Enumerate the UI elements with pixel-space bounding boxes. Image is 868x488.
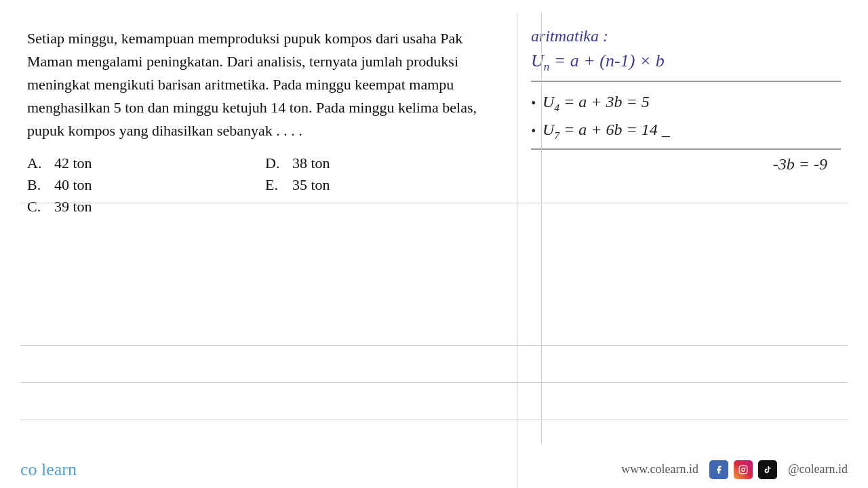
formula-text: Un = a + (n-1) × b xyxy=(531,51,841,74)
option-b-label: B. xyxy=(27,176,46,194)
h-line-3 xyxy=(20,420,848,420)
question-text: Setiap minggu, kemampuan memproduksi pup… xyxy=(27,27,503,142)
footer-right: www.colearn.id xyxy=(621,460,848,479)
option-col-left: A. 42 ton B. 40 ton C. 39 ton xyxy=(27,155,265,220)
h-line-right-bottom xyxy=(20,203,848,203)
equation-1: • U4 = a + 3b = 5 xyxy=(531,93,841,114)
footer-logo: co learn xyxy=(20,460,77,480)
option-b: B. 40 ton xyxy=(27,176,265,194)
footer-website: www.colearn.id xyxy=(621,462,698,476)
left-panel: Setiap minggu, kemampuan memproduksi pup… xyxy=(20,14,517,488)
option-e-label: E. xyxy=(265,176,284,194)
aritmatika-label: aritmatika : xyxy=(531,27,841,45)
svg-point-2 xyxy=(745,467,746,468)
footer-handle: @colearn.id xyxy=(788,462,848,476)
option-e-value: 35 ton xyxy=(292,176,330,194)
vertical-divider xyxy=(541,14,542,444)
bullet-1: • xyxy=(531,96,536,111)
option-e: E. 35 ton xyxy=(265,176,503,194)
h-line-2 xyxy=(20,382,848,383)
tiktok-icon xyxy=(758,460,777,479)
svg-rect-0 xyxy=(739,466,747,474)
main-container: Setiap minggu, kemampuan memproduksi pup… xyxy=(0,0,868,488)
social-icons xyxy=(709,460,777,479)
h-line-1 xyxy=(20,345,848,346)
facebook-icon xyxy=(709,460,728,479)
option-a-value: 42 ton xyxy=(54,155,92,172)
option-b-value: 40 ton xyxy=(54,176,92,194)
equation-1-text: U4 = a + 3b = 5 xyxy=(542,93,650,114)
options-row-1: A. 42 ton B. 40 ton C. 39 ton D. xyxy=(27,155,503,220)
bullet-2: • xyxy=(531,123,536,139)
option-d-label: D. xyxy=(265,155,284,172)
formula-section: Un = a + (n-1) × b xyxy=(531,51,841,82)
equation-2: • U7 = a + 6b = 14 _ xyxy=(531,121,841,142)
option-c-value: 39 ton xyxy=(54,198,92,216)
option-d-value: 38 ton xyxy=(292,155,330,172)
equation-2-text: U7 = a + 6b = 14 _ xyxy=(542,121,670,142)
options-container: A. 42 ton B. 40 ton C. 39 ton D. xyxy=(27,155,503,220)
option-a-label: A. xyxy=(27,155,46,172)
instagram-icon xyxy=(734,460,753,479)
option-a: A. 42 ton xyxy=(27,155,265,172)
option-c: C. 39 ton xyxy=(27,198,265,216)
option-d: D. 38 ton xyxy=(265,155,503,172)
option-col-right: D. 38 ton E. 35 ton xyxy=(265,155,503,220)
option-c-label: C. xyxy=(27,198,46,216)
subtraction-divider xyxy=(531,148,841,150)
result-equation: -3b = -9 xyxy=(531,155,841,174)
footer: co learn www.colearn.id xyxy=(0,451,868,488)
svg-point-1 xyxy=(742,468,745,471)
right-panel: aritmatika : Un = a + (n-1) × b • U4 = a… xyxy=(517,14,848,488)
